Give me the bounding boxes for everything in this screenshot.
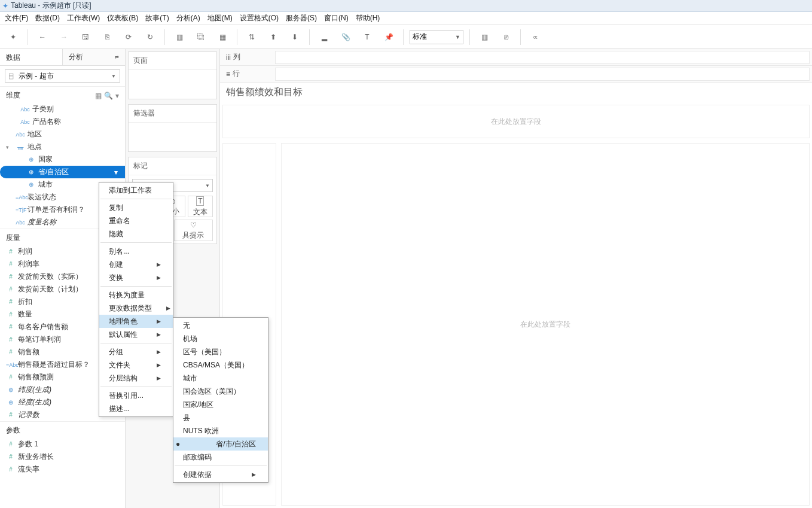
home-icon[interactable]: ✦ (5, 29, 22, 45)
new-data-icon[interactable]: ⎘ (99, 29, 115, 45)
search-icon[interactable]: 🔍 (104, 92, 113, 100)
duplicate-icon[interactable]: ⿻ (193, 29, 209, 45)
menu-item-县[interactable]: 县 (173, 411, 268, 424)
menu-separator (100, 343, 172, 343)
rows-shelf[interactable]: ≡行 (220, 66, 812, 83)
pin-icon[interactable]: 📌 (380, 29, 397, 45)
top-shelves: iii列 ≡行 (220, 49, 812, 83)
menu-item-添加到工作表[interactable]: 添加到工作表 (99, 184, 173, 197)
field-省/自治区[interactable]: ⊕省/自治区▾ (0, 166, 125, 178)
datasource-dropdown[interactable]: ⌸示例 - 超市 ▼ (5, 69, 120, 83)
sort-asc-icon[interactable]: ⬆ (265, 29, 282, 45)
marks-tooltip-button[interactable]: ♡具提示 (174, 220, 213, 241)
chevron-down-icon: ▼ (111, 74, 116, 79)
field-流失率[interactable]: #流失率 (0, 463, 125, 476)
menu-worksheet[interactable]: 工作表(W) (67, 13, 100, 23)
drop-zone-top[interactable]: 在此处放置字段 (222, 105, 810, 138)
field-地点[interactable]: ▾ᚄ地点 (0, 141, 125, 153)
save-icon[interactable]: 🖫 (77, 29, 94, 45)
filters-shelf[interactable]: 筛选器 (128, 104, 217, 152)
field-产品名称[interactable]: Abc产品名称 (0, 115, 125, 128)
tableau-logo-icon: ✦ (2, 2, 8, 10)
field-新业务增长[interactable]: #新业务增长 (0, 451, 125, 463)
menu-server[interactable]: 服务器(S) (286, 13, 317, 23)
share-icon[interactable]: ∝ (527, 29, 544, 45)
menu-item-替换引用...[interactable]: 替换引用... (99, 389, 173, 402)
field-子类别[interactable]: Abc子类别 (0, 103, 125, 115)
menu-item-默认属性[interactable]: 默认属性▶ (99, 328, 173, 341)
columns-shelf[interactable]: iii列 (220, 49, 812, 66)
menu-item-复制[interactable]: 复制 (99, 201, 173, 214)
menu-item-邮政编码[interactable]: 邮政编码 (173, 451, 268, 464)
menu-item-区号（美国）[interactable]: 区号（美国） (173, 345, 268, 358)
menu-item-省/市/自治区[interactable]: ●省/市/自治区 (173, 437, 268, 451)
fit-dropdown[interactable]: 标准 ▼ (410, 30, 463, 44)
menu-item-重命名[interactable]: 重命名 (99, 214, 173, 227)
menu-item-隐藏[interactable]: 隐藏 (99, 227, 173, 241)
menu-item-别名...[interactable]: 别名... (99, 245, 173, 258)
field-参数 1[interactable]: #参数 1 (0, 438, 125, 451)
auto-update-icon[interactable]: ⟳ (120, 29, 137, 45)
menu-help[interactable]: 帮助(H) (356, 13, 380, 23)
menu-item-更改数据类型[interactable]: 更改数据类型▶ (99, 302, 173, 315)
menu-window[interactable]: 窗口(N) (324, 13, 349, 23)
swap-icon[interactable]: ⇅ (243, 29, 260, 45)
menu-story[interactable]: 故事(T) (145, 13, 169, 23)
menu-item-转换为度量[interactable]: 转换为度量 (99, 288, 173, 302)
presentation-icon[interactable]: ⎚ (497, 29, 514, 45)
pages-shelf[interactable]: 页面 (128, 51, 217, 99)
tooltip-icon: ♡ (190, 221, 197, 229)
menu-separator (100, 242, 172, 243)
side-tabs: 数据 分析 ⇄ (0, 49, 125, 66)
menu-item-创建[interactable]: 创建▶ (99, 258, 173, 271)
menu-item-机场[interactable]: 机场 (173, 332, 268, 345)
menu-item-分组[interactable]: 分组▶ (99, 345, 173, 358)
menu-item-CBSA/MSA（美国）[interactable]: CBSA/MSA（美国） (173, 358, 268, 372)
field-地区[interactable]: Abc地区 (0, 128, 125, 141)
menu-item-NUTS 欧洲[interactable]: NUTS 欧洲 (173, 424, 268, 437)
drop-zone-main[interactable]: 在此处放置字段 (281, 143, 810, 506)
clear-icon[interactable]: ▦ (214, 29, 231, 45)
rows-drop[interactable] (275, 68, 810, 81)
group-icon[interactable]: 📎 (337, 29, 354, 45)
menu-item-变换[interactable]: 变换▶ (99, 271, 173, 284)
menu-data[interactable]: 数据(D) (35, 13, 60, 23)
tab-data[interactable]: 数据 (0, 49, 62, 65)
rows-icon: ≡ (226, 70, 230, 78)
menu-item-国家/地区[interactable]: 国家/地区 (173, 398, 268, 411)
highlight-icon[interactable]: ▂ (316, 29, 332, 45)
menu-item-城市[interactable]: 城市 (173, 372, 268, 385)
menu-item-无[interactable]: 无 (173, 319, 268, 332)
label-icon[interactable]: T (359, 29, 376, 45)
tab-analytics[interactable]: 分析 ⇄ (62, 49, 125, 65)
back-icon[interactable]: ← (34, 29, 51, 45)
menu-item-地理角色[interactable]: 地理角色▶ (99, 315, 173, 328)
menu-icon[interactable]: ▾ (115, 92, 119, 100)
forward-icon[interactable]: → (56, 29, 72, 45)
sheet-title[interactable]: 销售额绩效和目标 (220, 83, 812, 102)
menu-file[interactable]: 文件(F) (5, 13, 28, 23)
menu-item-描述...[interactable]: 描述... (99, 402, 173, 415)
columns-drop[interactable] (275, 51, 810, 64)
chevron-down-icon: ▼ (455, 34, 460, 40)
show-cards-icon[interactable]: ▥ (476, 29, 493, 45)
separator (469, 29, 470, 45)
view-icon[interactable]: ▦ (95, 92, 102, 100)
new-worksheet-icon[interactable]: ▥ (171, 29, 188, 45)
datasource-selector-row: ⌸示例 - 超市 ▼ (0, 66, 125, 86)
separator (520, 29, 521, 45)
menu-bar: 文件(F) 数据(D) 工作表(W) 仪表板(B) 故事(T) 分析(A) 地图… (0, 12, 812, 25)
menu-item-文件夹[interactable]: 文件夹▶ (99, 358, 173, 372)
menu-format[interactable]: 设置格式(O) (240, 13, 279, 23)
menu-map[interactable]: 地图(M) (207, 13, 233, 23)
menu-item-分层结构[interactable]: 分层结构▶ (99, 372, 173, 385)
toolbar: ✦ ← → 🖫 ⎘ ⟳ ↻ ▥ ⿻ ▦ ⇅ ⬆ ⬇ ▂ 📎 T 📌 标准 ▼ ▥… (0, 25, 812, 49)
run-icon[interactable]: ↻ (142, 29, 158, 45)
marks-text-button[interactable]: T文本 (188, 196, 213, 217)
field-国家[interactable]: ⊕国家 (0, 153, 125, 166)
menu-item-国会选区（美国）[interactable]: 国会选区（美国） (173, 385, 268, 398)
menu-item-创建依据[interactable]: 创建依据▶ (173, 468, 268, 481)
menu-dashboard[interactable]: 仪表板(B) (107, 13, 138, 23)
menu-analysis[interactable]: 分析(A) (176, 13, 200, 23)
sort-desc-icon[interactable]: ⬇ (286, 29, 303, 45)
